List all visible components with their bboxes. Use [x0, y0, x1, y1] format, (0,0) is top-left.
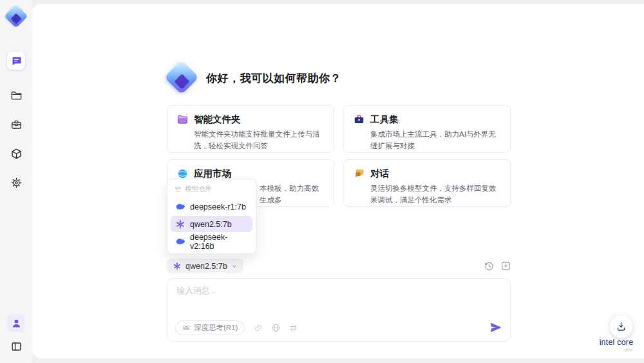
deep-think-toggle[interactable]: 深度思考(R1): [175, 320, 245, 335]
sidebar-item-settings[interactable]: [7, 173, 25, 191]
web-search-button[interactable]: [271, 323, 281, 333]
cube-icon: [10, 148, 23, 160]
main-panel: 你好，我可以如何帮助你？ 智能文件夹 智能文件夹功能支持批量文件上传与清洗，轻松…: [32, 4, 644, 358]
card-toolset[interactable]: 工具集 集成市场上主流工具，助力AI与外界无缝扩展与对接: [343, 105, 511, 153]
deepseek-whale-icon: [175, 202, 185, 212]
sidebar-item-apps[interactable]: [7, 144, 25, 162]
new-chat-icon: [500, 260, 511, 271]
model-option-deepseek-r1[interactable]: deepseek-r1:7b: [171, 199, 252, 215]
card-description: 集成市场上主流工具，助力AI与外界无缝扩展与对接: [370, 129, 502, 152]
sidebar-item-folders[interactable]: [7, 86, 25, 104]
briefcase-icon: [10, 119, 23, 131]
globe-icon: [271, 323, 281, 333]
greeting-title: 你好，我可以如何帮助你？: [206, 71, 341, 86]
chat-bubble-icon: [10, 55, 23, 67]
card-dialogue[interactable]: 对话 灵活切换多模型文件，支持多样回复效果调试，满足个性化需求: [343, 159, 511, 207]
navy-briefcase-icon: [353, 113, 365, 126]
sidebar: [0, 0, 32, 363]
message-input[interactable]: [176, 285, 501, 313]
sidebar-item-toolbox[interactable]: [7, 115, 25, 133]
card-title: 对话: [370, 168, 389, 180]
gear-icon: [10, 177, 23, 189]
greeting: 你好，我可以如何帮助你？: [166, 63, 341, 93]
model-selector-label: qwen2.5:7b: [185, 262, 227, 271]
purple-folder-icon: [176, 113, 189, 126]
composer-tools: [254, 323, 298, 333]
paperclip-icon: [254, 323, 263, 333]
attach-file-button[interactable]: [254, 323, 263, 333]
download-icon: [616, 321, 627, 332]
model-dropdown-header: 模型仓库: [171, 183, 252, 197]
hash-grid-icon: [289, 323, 298, 333]
new-chat-button[interactable]: [500, 260, 511, 271]
send-button[interactable]: [489, 321, 502, 334]
model-dropdown-header-label: 模型仓库: [185, 184, 212, 193]
model-option-label: deepseek-r1:7b: [190, 202, 246, 211]
repository-box-icon: [175, 186, 182, 193]
message-composer: 深度思考(R1): [167, 278, 511, 342]
send-plane-icon: [489, 321, 502, 334]
intel-ultra-text: ultra: [594, 348, 639, 352]
model-option-label: deepseek-v2:16b: [190, 233, 248, 251]
model-selector-button[interactable]: qwen2.5:7b: [167, 259, 243, 273]
card-smart-folder[interactable]: 智能文件夹 智能文件夹功能支持批量文件上传与清洗，轻松实现文件问答: [167, 105, 334, 153]
user-icon: [10, 317, 23, 329]
deep-think-label: 深度思考(R1): [194, 323, 238, 333]
history-icon: [484, 260, 495, 271]
chat-actions: [484, 260, 511, 271]
qwen-star-icon: [175, 219, 185, 230]
app-logo-gem-icon: [166, 63, 197, 93]
sidebar-item-panel-toggle[interactable]: [7, 337, 25, 355]
app-window: 你好，我可以如何帮助你？ 智能文件夹 智能文件夹功能支持批量文件上传与清洗，轻松…: [0, 0, 644, 363]
history-button[interactable]: [484, 260, 495, 271]
commands-button[interactable]: [289, 323, 298, 333]
intel-core-badge: intel core ultra: [594, 338, 639, 352]
sidebar-panel-icon: [10, 340, 23, 353]
qwen-star-icon: [173, 262, 182, 271]
sidebar-item-account[interactable]: [7, 314, 25, 332]
model-option-qwen[interactable]: qwen2.5:7b: [171, 216, 252, 232]
card-description: 智能文件夹功能支持批量文件上传与清洗，轻松实现文件问答: [194, 129, 326, 152]
model-option-deepseek-v2[interactable]: deepseek-v2:16b: [171, 233, 252, 250]
card-description: 灵活切换多模型文件，支持多样回复效果调试，满足个性化需求: [370, 183, 502, 206]
yellow-chat-icon: [353, 168, 365, 180]
model-dropdown: 模型仓库 deepseek-r1:7b: [167, 179, 256, 254]
download-button[interactable]: [610, 315, 632, 338]
card-title: 智能文件夹: [194, 113, 241, 126]
composer-toolbar: 深度思考(R1): [175, 320, 502, 335]
deepseek-whale-icon: [175, 237, 185, 247]
intel-core-text: intel core: [594, 338, 639, 347]
chevron-down-icon: [231, 263, 238, 270]
model-option-label: qwen2.5:7b: [190, 220, 232, 229]
app-logo-gem-icon: [5, 5, 27, 27]
sidebar-item-chat[interactable]: [7, 52, 25, 70]
folder-icon: [10, 90, 23, 102]
card-title: 工具集: [370, 113, 399, 126]
atom-icon: [182, 324, 191, 332]
